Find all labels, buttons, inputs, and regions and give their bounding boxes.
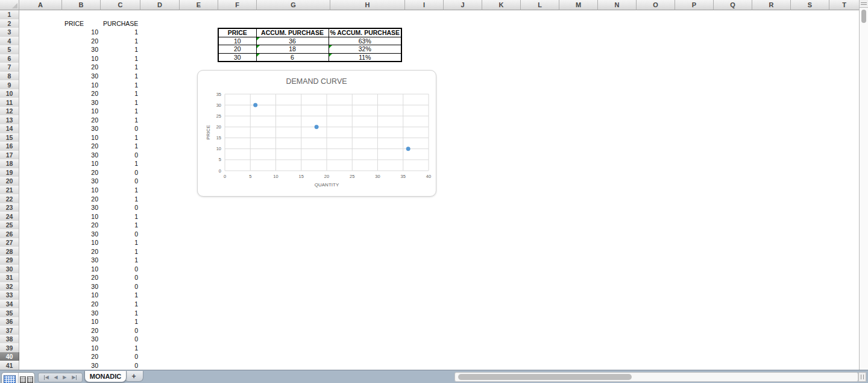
cell-C36[interactable]: 1: [101, 317, 140, 326]
cell-B35[interactable]: 30: [62, 308, 101, 317]
cell-B2[interactable]: PRICE: [62, 19, 101, 28]
column-header-E[interactable]: E: [180, 0, 218, 10]
row-header-24[interactable]: 24: [0, 212, 19, 221]
next-sheet-button[interactable]: ▶: [63, 375, 66, 380]
row-header-25[interactable]: 25: [0, 221, 19, 230]
cell-B20[interactable]: 30: [62, 177, 101, 186]
cell-C34[interactable]: 1: [101, 300, 140, 309]
cell-C16[interactable]: 1: [101, 142, 140, 151]
cell-B12[interactable]: 10: [62, 107, 101, 116]
cell-B7[interactable]: 20: [62, 63, 101, 72]
normal-view-button[interactable]: [2, 373, 19, 383]
cell-B21[interactable]: 10: [62, 186, 101, 195]
row-header-22[interactable]: 22: [0, 194, 19, 204]
column-header-B[interactable]: B: [62, 0, 101, 10]
table-cell[interactable]: 11%: [329, 53, 401, 62]
cell-B16[interactable]: 20: [62, 142, 101, 151]
cell-B10[interactable]: 20: [62, 89, 101, 98]
cell-B15[interactable]: 10: [62, 133, 101, 142]
table-cell[interactable]: 32%: [329, 45, 401, 54]
cell-B28[interactable]: 20: [62, 247, 101, 256]
cell-C5[interactable]: 1: [101, 45, 140, 54]
row-header-35[interactable]: 35: [0, 308, 19, 318]
cell-B14[interactable]: 30: [62, 124, 101, 133]
row-header-40[interactable]: 40: [0, 352, 19, 362]
row-header-20[interactable]: 20: [0, 177, 19, 186]
cell-B39[interactable]: 10: [62, 343, 101, 352]
cell-C2[interactable]: PURCHASE: [101, 19, 140, 28]
cell-C41[interactable]: 0: [101, 361, 140, 370]
row-header-14[interactable]: 14: [0, 124, 19, 134]
row-header-7[interactable]: 7: [0, 63, 19, 72]
demand-curve-chart[interactable]: 051015202530354005101520253035DEMAND CUR…: [197, 70, 436, 197]
row-header-21[interactable]: 21: [0, 186, 19, 195]
row-header-34[interactable]: 34: [0, 300, 19, 309]
cell-C9[interactable]: 1: [101, 80, 140, 89]
column-header-A[interactable]: A: [19, 0, 62, 10]
cell-B8[interactable]: 30: [62, 72, 101, 81]
cell-C18[interactable]: 1: [101, 159, 140, 168]
row-header-10[interactable]: 10: [0, 89, 19, 99]
cell-C19[interactable]: 0: [101, 168, 140, 177]
column-header-H[interactable]: H: [330, 0, 405, 10]
row-header-38[interactable]: 38: [0, 335, 19, 344]
row-header-15[interactable]: 15: [0, 133, 19, 143]
cell-B38[interactable]: 30: [62, 335, 101, 344]
row-header-36[interactable]: 36: [0, 317, 19, 327]
cell-B41[interactable]: 30: [62, 361, 101, 370]
sheet-tab-monadic[interactable]: MONADIC: [84, 371, 127, 382]
cell-B9[interactable]: 10: [62, 80, 101, 89]
table-cell[interactable]: 36: [256, 37, 329, 45]
cell-B18[interactable]: 10: [62, 159, 101, 168]
row-header-13[interactable]: 13: [0, 115, 19, 125]
column-header-O[interactable]: O: [637, 0, 675, 10]
row-header-23[interactable]: 23: [0, 203, 19, 213]
cell-C21[interactable]: 1: [101, 186, 140, 195]
row-header-18[interactable]: 18: [0, 159, 19, 169]
cell-C7[interactable]: 1: [101, 63, 140, 72]
cell-B11[interactable]: 30: [62, 98, 101, 107]
row-header-2[interactable]: 2: [0, 19, 19, 29]
cell-C25[interactable]: 1: [101, 221, 140, 230]
cell-B4[interactable]: 20: [62, 37, 101, 46]
table-cell[interactable]: 18: [256, 45, 329, 54]
cell-B25[interactable]: 20: [62, 221, 101, 230]
row-header-19[interactable]: 19: [0, 168, 19, 178]
column-header-N[interactable]: N: [598, 0, 637, 10]
cell-C32[interactable]: 0: [101, 282, 140, 291]
column-header-G[interactable]: G: [257, 0, 330, 10]
row-header-27[interactable]: 27: [0, 238, 19, 248]
cell-C17[interactable]: 0: [101, 151, 140, 160]
cell-C23[interactable]: 0: [101, 203, 140, 212]
cell-C12[interactable]: 1: [101, 107, 140, 116]
table-header-accum-purchase[interactable]: ACCUM. PURCHASE: [256, 28, 329, 37]
cell-C15[interactable]: 1: [101, 133, 140, 142]
cell-C4[interactable]: 1: [101, 37, 140, 46]
vertical-scrollbar[interactable]: [859, 0, 868, 370]
cell-C40[interactable]: 0: [101, 352, 140, 361]
column-header-C[interactable]: C: [101, 0, 140, 10]
row-header-37[interactable]: 37: [0, 326, 19, 335]
row-header-30[interactable]: 30: [0, 265, 19, 274]
cell-B5[interactable]: 30: [62, 45, 101, 54]
row-header-28[interactable]: 28: [0, 247, 19, 256]
cell-B19[interactable]: 20: [62, 168, 101, 177]
row-header-8[interactable]: 8: [0, 72, 19, 81]
row-header-32[interactable]: 32: [0, 282, 19, 292]
horizontal-split-handle-icon[interactable]: [858, 372, 866, 382]
column-header-S[interactable]: S: [791, 0, 829, 10]
horizontal-scrollbar-thumb[interactable]: [458, 374, 632, 380]
table-header-pct-accum-purchase[interactable]: % ACCUM. PURCHASE: [329, 28, 401, 37]
cell-C27[interactable]: 1: [101, 238, 140, 247]
column-header-M[interactable]: M: [559, 0, 598, 10]
table-header-price[interactable]: PRICE: [218, 28, 256, 37]
column-header-K[interactable]: K: [482, 0, 521, 10]
page-layout-view-button[interactable]: [19, 373, 35, 383]
cell-B27[interactable]: 10: [62, 238, 101, 247]
row-header-41[interactable]: 41: [0, 361, 19, 370]
column-header-R[interactable]: R: [752, 0, 791, 10]
cell-B31[interactable]: 20: [62, 273, 101, 282]
cell-C35[interactable]: 1: [101, 308, 140, 317]
cell-B32[interactable]: 30: [62, 282, 101, 291]
column-header-J[interactable]: J: [444, 0, 482, 10]
